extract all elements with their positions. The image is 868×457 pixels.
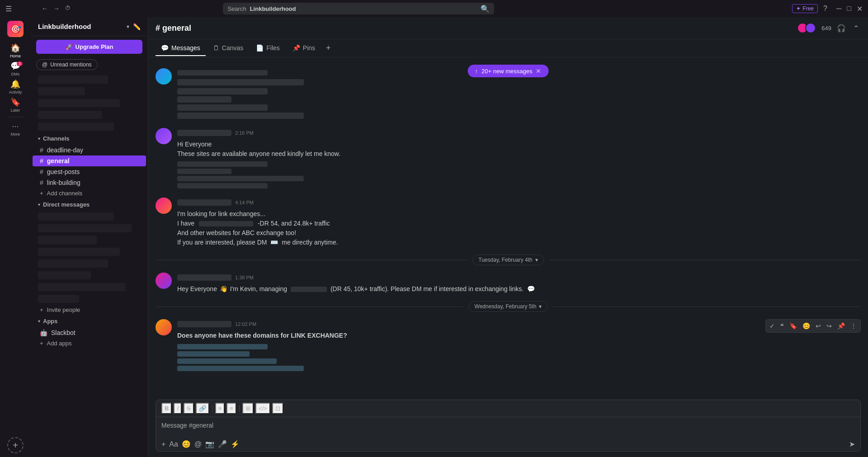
add-workspace-button[interactable]: +: [7, 437, 24, 453]
message-input-box: B I S 🔗 ≡ ≡ ⊞ </> ⊡ Message #general +: [156, 400, 861, 452]
input-placeholder: Message #general: [161, 422, 213, 429]
channel-item-link-building[interactable]: # link-building: [33, 177, 146, 188]
message-meta-3: 1:38 PM: [177, 273, 861, 283]
channel-item-deadline-day[interactable]: # deadline-day: [33, 145, 146, 155]
audio-button[interactable]: 🎤: [218, 440, 227, 448]
add-attachment-button[interactable]: +: [161, 440, 165, 448]
divider-line-right: [549, 260, 861, 260]
checkmark-action[interactable]: ✓: [768, 321, 777, 330]
strikethrough-button[interactable]: S: [184, 403, 194, 414]
numbered-list-button[interactable]: ≡: [226, 403, 236, 414]
more-actions[interactable]: ⋮: [849, 321, 859, 330]
back-arrow[interactable]: ←: [40, 4, 50, 13]
free-badge[interactable]: ✦ Free: [792, 4, 818, 13]
date-divider-text-2[interactable]: Wednesday, February 5th ▾: [469, 301, 548, 312]
minimize-icon[interactable]: ─: [836, 5, 841, 13]
channel-item-guest-posts[interactable]: # guest-posts: [33, 166, 146, 177]
window-controls: ☰: [5, 5, 33, 13]
slackbot-item[interactable]: 🤖 Slackbot: [33, 327, 146, 338]
link-button[interactable]: 🔗: [196, 403, 209, 414]
expand-icon[interactable]: ⌃: [851, 22, 861, 34]
blurred-item-3: [38, 99, 120, 107]
workspace-icon[interactable]: 🎯: [7, 21, 24, 37]
edit-icon[interactable]: ✏️: [133, 23, 141, 30]
dm-section-header[interactable]: ▾ Direct messages: [31, 198, 148, 211]
new-messages-banner[interactable]: ↑ 20+ new messages ✕: [468, 65, 549, 77]
code-button[interactable]: </>: [255, 403, 270, 414]
unread-mentions-button[interactable]: @ Unread mentions: [36, 59, 98, 70]
tab-files[interactable]: 📄 Files: [250, 41, 285, 56]
bookmark-action[interactable]: 🔖: [788, 321, 799, 330]
message-content-1: 2:16 PM Hi Everyone These sites are avai…: [177, 128, 861, 190]
dm-section-arrow: ▾: [38, 202, 40, 207]
pin-action[interactable]: 📌: [835, 321, 847, 330]
quote-action[interactable]: ❝: [778, 321, 786, 330]
divider-line-left-2: [156, 306, 463, 307]
apps-section-header[interactable]: ▾ Apps: [31, 315, 148, 327]
message-group-3: 1:38 PM Hey Everyone 👋 I'm Kevin, managi…: [148, 269, 868, 297]
emoji-picker-button[interactable]: 😊: [182, 440, 191, 448]
sidebar-toggle-icon[interactable]: ☰: [5, 5, 12, 13]
workspace-header[interactable]: Linkbuilderhood ▾ ✏️: [31, 17, 148, 36]
tab-pins[interactable]: 📌 Pins: [287, 41, 321, 56]
tab-canvas[interactable]: 🗒 Canvas: [208, 41, 249, 56]
add-tab-button[interactable]: +: [322, 42, 335, 55]
sidebar-nav-home[interactable]: 🏠 Home: [7, 42, 24, 59]
sidebar-nav-more[interactable]: ··· More: [7, 121, 24, 137]
blurred-text-3: [177, 96, 231, 103]
reply-action[interactable]: ↩: [814, 321, 823, 330]
link-4: [177, 366, 304, 371]
banner-close-button[interactable]: ✕: [536, 67, 541, 75]
messages-area[interactable]: ↑ 20+ new messages ✕: [148, 57, 868, 396]
table-button[interactable]: ⊞: [242, 403, 254, 414]
forward-arrow[interactable]: →: [52, 4, 61, 13]
message-group-2: 4:14 PM I'm looking for link exchanges..…: [148, 194, 868, 251]
italic-button[interactable]: I: [174, 403, 182, 414]
bullet-list-button[interactable]: ≡: [215, 403, 225, 414]
close-icon[interactable]: ✕: [857, 5, 863, 13]
dms-label: DMs: [11, 72, 20, 76]
blurred-item-4: [38, 111, 102, 119]
divider-line-left: [156, 260, 467, 260]
channel-hash-icon: #: [40, 179, 43, 186]
sidebar-nav-later[interactable]: 🔖 Later: [7, 97, 24, 113]
msg3-text2: I'm Kevin, managing: [230, 285, 287, 292]
channel-item-general[interactable]: # general: [33, 155, 146, 166]
history-button[interactable]: ⏱: [63, 4, 72, 13]
workspace-name: Linkbuilderhood: [38, 23, 123, 30]
sidebar-nav-dms[interactable]: 💬 DMs 3: [7, 61, 24, 77]
date-divider-text-1[interactable]: Tuesday, February 4th ▾: [472, 254, 543, 265]
message-input-field[interactable]: Message #general: [156, 417, 860, 437]
dm-blurred-1: [38, 212, 114, 221]
apps-section-title: Apps: [43, 318, 58, 325]
invite-people-button[interactable]: + Invite people: [33, 305, 146, 315]
messages-tab-label: Messages: [171, 44, 200, 52]
blurred-domain: [199, 221, 253, 226]
forward-action[interactable]: ↪: [825, 321, 834, 330]
link-3: [177, 358, 277, 364]
sidebar-nav-activity[interactable]: 🔔 Activity: [7, 79, 24, 95]
help-icon[interactable]: ?: [823, 5, 827, 13]
msg2-text3: -DR 54, and 24.8k+ traffic: [258, 220, 330, 227]
icon-sidebar: 🎯 🏠 Home 💬 DMs 3 🔔 Activity 🔖 Later ··· …: [0, 17, 31, 457]
tab-messages[interactable]: 💬 Messages: [156, 41, 206, 56]
upgrade-plan-button[interactable]: 🚀 Upgrade Plan: [36, 40, 142, 54]
search-bar[interactable]: Search Linkbuilderhood 🔍: [223, 3, 494, 14]
snippet-button[interactable]: ⊡: [272, 403, 283, 414]
send-button[interactable]: ➤: [849, 440, 855, 448]
maximize-icon[interactable]: □: [847, 5, 851, 13]
text-format-button[interactable]: Aa: [169, 440, 178, 448]
add-apps-button[interactable]: + Add apps: [33, 338, 146, 349]
channels-section-header[interactable]: ▾ Channels: [31, 132, 148, 145]
video-button[interactable]: 📷: [205, 440, 214, 448]
shortcuts-button[interactable]: ⚡: [231, 440, 240, 448]
date-text-2: Wednesday, February 5th: [475, 303, 537, 310]
dm-blurred-3: [38, 236, 97, 244]
emoji-action[interactable]: 😊: [801, 321, 812, 330]
mention-button[interactable]: @: [194, 440, 202, 448]
bold-button[interactable]: B: [161, 403, 172, 414]
message-meta-4: 12:02 PM: [177, 319, 861, 329]
headphones-icon[interactable]: 🎧: [835, 22, 848, 34]
add-channels-button[interactable]: + Add channels: [33, 188, 146, 198]
search-workspace-name: Linkbuilderhood: [250, 5, 296, 12]
